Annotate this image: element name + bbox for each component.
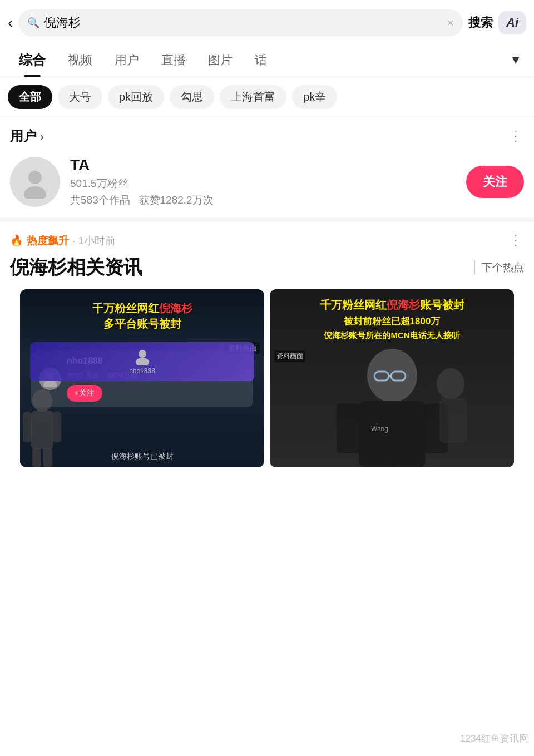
- avatar-icon: [18, 165, 52, 199]
- fire-icon: 🔥: [10, 234, 23, 247]
- user-stats: 共583个作品 获赞1282.2万次: [70, 193, 456, 207]
- svg-rect-17: [337, 403, 360, 453]
- tab-live[interactable]: 直播: [150, 44, 197, 76]
- tab-user[interactable]: 用户: [103, 44, 150, 76]
- svg-point-1: [24, 186, 46, 199]
- video2-person: Wang: [270, 345, 514, 467]
- svg-rect-6: [23, 412, 32, 442]
- sub-tag-pk-replay[interactable]: pk回放: [108, 85, 164, 109]
- video1-screen: nho1888: [30, 342, 254, 381]
- video2-title: 千万粉丝网红倪海杉账号被封 被封前粉丝已超1800万 倪海杉账号所在的MCN电话…: [270, 297, 514, 341]
- user-section-arrow: ›: [40, 130, 44, 143]
- user-works: 共583个作品: [70, 194, 130, 206]
- next-hot-button[interactable]: 下个热点: [474, 260, 524, 275]
- hot-title-row: 倪海杉相关资讯 下个热点: [10, 255, 524, 280]
- video1-bottom-text: 倪海杉账号已被封: [20, 452, 264, 462]
- svg-rect-7: [52, 412, 61, 442]
- user-likes: 获赞1282.2万次: [139, 194, 214, 206]
- user-name: TA: [70, 156, 456, 174]
- svg-rect-20: [364, 465, 388, 467]
- header: ‹ 🔍 倪海杉 × 搜索 Ai: [0, 0, 534, 43]
- video1-title: 千万粉丝网红倪海杉 多平台账号被封: [20, 300, 264, 332]
- svg-rect-23: [439, 398, 467, 443]
- svg-text:Wang: Wang: [371, 425, 388, 433]
- tab-comprehensive[interactable]: 综合: [8, 43, 57, 77]
- video-card-2[interactable]: 千万粉丝网红倪海杉账号被封 被封前粉丝已超1800万 倪海杉账号所在的MCN电话…: [270, 289, 514, 467]
- search-box[interactable]: 🔍 倪海杉 ×: [18, 9, 463, 37]
- search-input[interactable]: 倪海杉: [44, 14, 443, 31]
- hot-section: 🔥 热度飙升 · 1小时前 ⋮ 倪海杉相关资讯 下个热点 千万粉丝网红倪海杉 多…: [0, 218, 534, 473]
- sub-tag-gousi[interactable]: 勾思: [170, 85, 214, 109]
- user-section-header: 用户 › ⋮: [0, 117, 534, 151]
- user-fans: 501.5万粉丝: [70, 176, 456, 191]
- video-grid: 千万粉丝网红倪海杉 多平台账号被封 资料画面 nho1888 3606 关注 1…: [10, 289, 524, 467]
- tab-topic[interactable]: 话: [244, 44, 278, 76]
- hot-time: · 1小时前: [72, 234, 116, 248]
- svg-rect-5: [31, 411, 53, 449]
- svg-point-11: [136, 358, 149, 365]
- svg-rect-16: [359, 401, 426, 467]
- svg-point-22: [437, 368, 464, 399]
- hot-main-title: 倪海杉相关资讯: [10, 255, 142, 280]
- user-section-title[interactable]: 用户 ›: [10, 127, 44, 145]
- hot-label: 🔥 热度飙升 · 1小时前: [10, 234, 116, 248]
- video-card-1[interactable]: 千万粉丝网红倪海杉 多平台账号被封 资料画面 nho1888 3606 关注 1…: [20, 289, 264, 467]
- category-tabs: 综合 视频 用户 直播 图片 话 ▼: [0, 43, 534, 77]
- clear-icon[interactable]: ×: [447, 17, 454, 29]
- svg-point-10: [139, 350, 146, 358]
- sub-tags: 全部 大号 pk回放 勾思 上海首富 pk辛: [0, 77, 534, 117]
- svg-point-4: [32, 389, 52, 412]
- filter-icon[interactable]: ▼: [505, 45, 526, 75]
- user-section-label: 用户: [10, 127, 37, 145]
- sub-tag-shanghai-rich[interactable]: 上海首富: [220, 85, 286, 109]
- user-card: TA 501.5万粉丝 共583个作品 获赞1282.2万次 关注: [0, 151, 534, 218]
- sub-tag-all[interactable]: 全部: [8, 85, 52, 109]
- back-button[interactable]: ‹: [8, 14, 13, 32]
- search-button[interactable]: 搜索: [468, 14, 493, 31]
- user-section-more[interactable]: ⋮: [508, 129, 524, 144]
- follow-button[interactable]: 关注: [466, 166, 524, 198]
- sub-tag-pk-xin[interactable]: pk辛: [292, 85, 337, 109]
- hot-meta: 🔥 热度飙升 · 1小时前 ⋮: [10, 232, 524, 249]
- avatar: [10, 157, 60, 207]
- svg-point-0: [28, 171, 42, 184]
- tab-image[interactable]: 图片: [197, 44, 244, 76]
- video2-person-silhouette: Wang: [303, 345, 481, 467]
- user-info: TA 501.5万粉丝 共583个作品 获赞1282.2万次: [70, 156, 456, 207]
- ai-button[interactable]: Ai: [498, 11, 526, 34]
- svg-rect-21: [395, 465, 419, 467]
- watermark: 1234红鱼资讯网: [460, 732, 528, 745]
- hot-label-text: 热度飙升: [27, 234, 69, 248]
- hot-more-icon[interactable]: ⋮: [508, 232, 524, 249]
- sub-tag-big[interactable]: 大号: [58, 85, 102, 109]
- tab-video[interactable]: 视频: [57, 44, 103, 76]
- search-icon: 🔍: [27, 17, 39, 29]
